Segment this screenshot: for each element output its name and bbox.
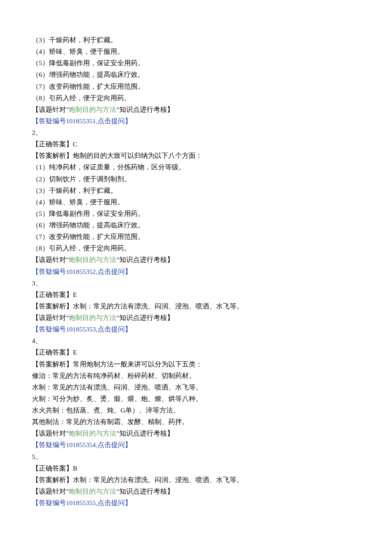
q2-point-2: （2）切制饮片，便于调剂制剂。	[32, 173, 360, 185]
q1-ask-link[interactable]: 【答疑编号101855351,点击提问】	[32, 117, 132, 125]
q2-topic-note: 【该题针对"炮制目的与方法"知识点进行考核】	[32, 254, 360, 265]
q3-topic-note: 【该题针对"炮制目的与方法"知识点进行考核】	[32, 312, 360, 323]
q1-point-8: （8）引药入经，便于定向用药。	[32, 92, 360, 104]
q2-point-4: （4）矫味、矫臭，便于服用。	[32, 196, 360, 208]
q1-point-6: （6）增强药物功能，提高临床疗效。	[32, 69, 360, 80]
q3-explanation: 【答案解析】水制：常见的方法有漂洗、闷润、浸泡、喷洒、水飞等。	[32, 300, 360, 312]
q4-line-1: 修治：常见的方法有纯净药材、粉碎药材、切制药材。	[32, 370, 360, 381]
q2-point-3: （3）干燥药材，利于贮藏。	[32, 185, 360, 196]
note-topic: 炮制目的与方法	[69, 430, 116, 437]
note-post: "知识点进行考核】	[116, 314, 173, 321]
q4-line-3: 火制：可分为炒、炙、烫、煅、煨、炮、燎、烘等八种。	[32, 393, 360, 404]
q4-line-5: 其他制法：常见的方法有制霜、发酵、精制、药拌。	[32, 416, 360, 427]
note-topic: 炮制目的与方法	[69, 256, 116, 263]
q2-point-1: （1）纯净药材，保证质量，分拣药物，区分等级。	[32, 161, 360, 173]
q3-correct-answer: 【正确答案】E	[32, 289, 360, 300]
q5-explanation: 【答案解析】水制：常见的方法有漂洗、闷润、浸泡、喷洒、水飞等。	[32, 474, 360, 485]
q5-ask-link[interactable]: 【答疑编号101855355,点击提问】	[32, 499, 132, 506]
q2-point-6: （6）增强药物功能，提高临床疗效。	[32, 219, 360, 231]
q4-line-4: 水火共制：包括蒸、煮、炖、G单）、淬等方法。	[32, 404, 360, 416]
note-pre: 【该题针对"	[32, 256, 69, 263]
note-pre: 【该题针对"	[32, 106, 69, 113]
q2-point-8: （8）引药入经，便于定向用药。	[32, 242, 360, 254]
q3-ask-link[interactable]: 【答疑编号101855353,点击提问】	[32, 325, 132, 333]
q5-number: 5、	[32, 451, 360, 462]
q1-point-4: （4）矫味、矫臭，便于服用。	[32, 46, 360, 57]
note-post: "知识点进行考核】	[116, 256, 173, 263]
q2-correct-answer: 【正确答案】C	[32, 138, 360, 150]
q5-topic-note: 【该题针对"炮制目的与方法"知识点进行考核】	[32, 485, 360, 497]
q1-point-5: （5）降低毒副作用，保证安全用药。	[32, 57, 360, 69]
q3-number: 3、	[32, 277, 360, 289]
q2-explanation-intro: 【答案解析】炮制的目的大致可以归纳为以下八个方面：	[32, 150, 360, 161]
q4-correct-answer: 【正确答案】E	[32, 346, 360, 358]
q4-ask-link[interactable]: 【答疑编号101855354,点击提问】	[32, 441, 132, 448]
note-topic: 炮制目的与方法	[69, 106, 116, 113]
q1-point-7: （7）改变药物性能，扩大应用范围。	[32, 81, 360, 92]
q4-topic-note: 【该题针对"炮制目的与方法"知识点进行考核】	[32, 427, 360, 439]
q2-number: 2、	[32, 127, 360, 138]
note-post: "知识点进行考核】	[116, 106, 173, 113]
note-post: "知识点进行考核】	[116, 430, 173, 437]
q2-point-5: （5）降低毒副作用，保证安全用药。	[32, 208, 360, 219]
q2-ask-link[interactable]: 【答疑编号101855352,点击提问】	[32, 268, 132, 275]
note-topic: 炮制目的与方法	[69, 488, 116, 495]
q4-explanation-intro: 【答案解析】常用炮制方法一般来讲可以分为以下五类：	[32, 358, 360, 370]
q4-line-2: 水制：常见的方法有漂洗、闷润、浸泡、喷洒、水飞等。	[32, 381, 360, 393]
note-pre: 【该题针对"	[32, 488, 69, 495]
q1-point-3: （3）干燥药材，利于贮藏。	[32, 34, 360, 46]
note-pre: 【该题针对"	[32, 314, 69, 321]
note-pre: 【该题针对"	[32, 430, 69, 437]
q4-number: 4、	[32, 335, 360, 346]
q5-correct-answer: 【正确答案】B	[32, 462, 360, 474]
note-post: "知识点进行考核】	[116, 488, 173, 495]
q1-topic-note: 【该题针对"炮制目的与方法"知识点进行考核】	[32, 104, 360, 115]
note-topic: 炮制目的与方法	[69, 314, 116, 321]
q2-point-7: （7）改变药物性能，扩大应用范围。	[32, 231, 360, 242]
